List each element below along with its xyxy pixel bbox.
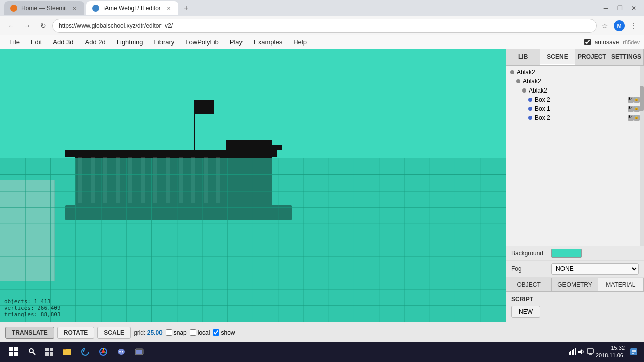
tab-favicon-editor <box>92 5 99 12</box>
tree-item-box2-b[interactable]: Box 2 👁 🔒 <box>506 113 644 122</box>
right-panel: LIB SCENE PROJECT SETTINGS Ablak2 Ablak2… <box>506 49 644 322</box>
menu-add2d[interactable]: Add 2d <box>80 36 111 48</box>
show-checkbox[interactable] <box>213 329 219 336</box>
tree-icon-eye-box1: 👁 <box>628 106 634 112</box>
panel-tab-scene[interactable]: SCENE <box>540 49 575 65</box>
svg-line-65 <box>100 352 102 354</box>
rotate-button[interactable]: ROTATE <box>57 327 95 339</box>
tree-item-ablak2-1[interactable]: Ablak2 <box>506 77 644 86</box>
user-avatar[interactable]: M <box>614 20 625 31</box>
tree-dot-gray-1 <box>516 79 520 83</box>
svg-rect-54 <box>45 348 49 351</box>
tab-close-steemit[interactable]: ✕ <box>71 5 78 12</box>
svg-rect-60 <box>63 349 66 350</box>
taskbar-edge-button[interactable] <box>76 342 94 362</box>
bookmark-star-icon[interactable]: ☆ <box>599 20 611 32</box>
taskbar-discord-button[interactable] <box>113 342 130 362</box>
viewport[interactable]: objects: 1-413 vertices: 266,409 triangl… <box>0 49 506 322</box>
tree-item-box1[interactable]: Box 1 👁 🔒 <box>506 104 644 113</box>
scale-button[interactable]: SCALE <box>97 327 131 339</box>
tab-close-editor[interactable]: ✕ <box>165 5 172 12</box>
scene-tree-scrollbar-track[interactable] <box>640 66 644 246</box>
menu-play[interactable]: Play <box>225 36 248 48</box>
notification-button[interactable] <box>627 345 641 359</box>
taskbar: 15:32 2018.11.06. <box>0 342 644 362</box>
svg-rect-70 <box>136 350 142 354</box>
grid-floor <box>0 158 506 322</box>
snap-text: snap <box>174 329 187 336</box>
svg-line-64 <box>105 352 107 354</box>
tree-item-ablak2-0[interactable]: Ablak2 <box>506 68 644 77</box>
nav-bar: ← → ↻ https://www.globalschool.xyz/dtr/e… <box>0 16 644 35</box>
svg-point-66 <box>118 349 125 355</box>
tab-favicon-steemit <box>10 5 17 12</box>
svg-point-52 <box>29 349 33 353</box>
new-script-button[interactable]: NEW <box>511 306 540 318</box>
taskbar-sys: 15:32 2018.11.06. <box>569 344 641 360</box>
start-button[interactable] <box>3 342 23 362</box>
back-button[interactable]: ← <box>4 19 18 33</box>
svg-point-62 <box>102 350 105 353</box>
fog-select[interactable]: NONE <box>551 263 639 275</box>
taskbar-taskview-button[interactable] <box>41 342 57 362</box>
script-section: SCRIPT NEW <box>506 292 644 322</box>
panel-tab-lib[interactable]: LIB <box>506 49 540 65</box>
show-label: show <box>213 329 235 336</box>
tree-item-box2-a[interactable]: Box 2 👁 🔒 <box>506 95 644 104</box>
tab-title-editor: iAme Webgl / It editor <box>103 5 161 12</box>
title-bar: Home — Steemit ✕ iAme Webgl / It editor … <box>0 0 644 16</box>
tree-item-ablak2-2[interactable]: Ablak2 <box>506 86 644 95</box>
stat-triangles: triangles: 88,803 <box>4 311 61 318</box>
scene-tree-scrollbar-thumb[interactable] <box>640 86 644 111</box>
menu-edit[interactable]: Edit <box>26 36 47 48</box>
panel-tab-settings[interactable]: SETTINGS <box>609 49 644 65</box>
menu-help[interactable]: Help <box>288 36 312 48</box>
clock-date: 2018.11.06. <box>596 352 625 359</box>
grid-label: grid: 25.00 <box>134 329 163 336</box>
obj-tab-material[interactable]: MATERIAL <box>598 278 644 291</box>
svg-rect-18 <box>194 100 214 114</box>
obj-tab-geometry[interactable]: GEOMETRY <box>552 278 598 291</box>
close-button[interactable]: ✕ <box>628 2 640 14</box>
bottom-toolbar: TRANSLATE ROTATE SCALE grid: 25.00 snap … <box>0 322 644 343</box>
svg-rect-72 <box>570 351 571 355</box>
menu-dots-icon[interactable]: ⋮ <box>628 20 640 32</box>
local-checkbox[interactable] <box>190 329 196 336</box>
menu-lowpolylib[interactable]: LowPolyLib <box>180 36 224 48</box>
forward-button[interactable]: → <box>20 19 34 33</box>
tree-dot-gray-2 <box>522 88 526 93</box>
tab-editor[interactable]: iAme Webgl / It editor ✕ <box>86 1 178 15</box>
svg-line-53 <box>33 353 36 355</box>
translate-button[interactable]: TRANSLATE <box>5 327 54 339</box>
minimize-button[interactable]: ─ <box>600 2 612 14</box>
tab-steemit[interactable]: Home — Steemit ✕ <box>4 1 84 15</box>
menu-add3d[interactable]: Add 3d <box>48 36 78 48</box>
svg-rect-71 <box>569 352 570 355</box>
menu-examples[interactable]: Examples <box>249 36 287 48</box>
taskbar-search-button[interactable] <box>24 342 40 362</box>
taskbar-explorer-button[interactable] <box>58 342 75 362</box>
snap-checkbox[interactable] <box>166 329 172 336</box>
menu-file[interactable]: File <box>4 36 25 48</box>
autosave-checkbox[interactable] <box>584 39 591 45</box>
stats-overlay: objects: 1-413 vertices: 266,409 triangl… <box>4 298 61 318</box>
obj-tab-object[interactable]: OBJECT <box>506 278 552 291</box>
background-row: Background <box>506 246 644 261</box>
taskbar-chrome-button[interactable] <box>95 342 112 362</box>
scene-tree[interactable]: Ablak2 Ablak2 Ablak2 Box 2 👁 🔒 <box>506 66 644 246</box>
maximize-button[interactable]: ❐ <box>614 2 626 14</box>
menu-library[interactable]: Library <box>149 36 180 48</box>
reload-button[interactable]: ↻ <box>36 19 50 33</box>
taskbar-other-button[interactable] <box>131 342 148 362</box>
background-color-swatch[interactable] <box>551 249 582 258</box>
stat-vertices: vertices: 266,409 <box>4 305 61 311</box>
svg-rect-49 <box>14 347 18 351</box>
grid-label-text: grid: <box>134 329 145 336</box>
address-bar[interactable]: https://www.globalschool.xyz/dtr/editor_… <box>52 19 597 33</box>
menu-lightning[interactable]: Lightning <box>112 36 148 48</box>
main-layout: objects: 1-413 vertices: 266,409 triangl… <box>0 49 644 322</box>
panel-tab-project[interactable]: PROJECT <box>575 49 609 65</box>
fog-row: Fog NONE <box>506 261 644 278</box>
tree-label-ablak2-1: Ablak2 <box>523 78 640 85</box>
new-tab-button[interactable]: + <box>180 2 192 14</box>
